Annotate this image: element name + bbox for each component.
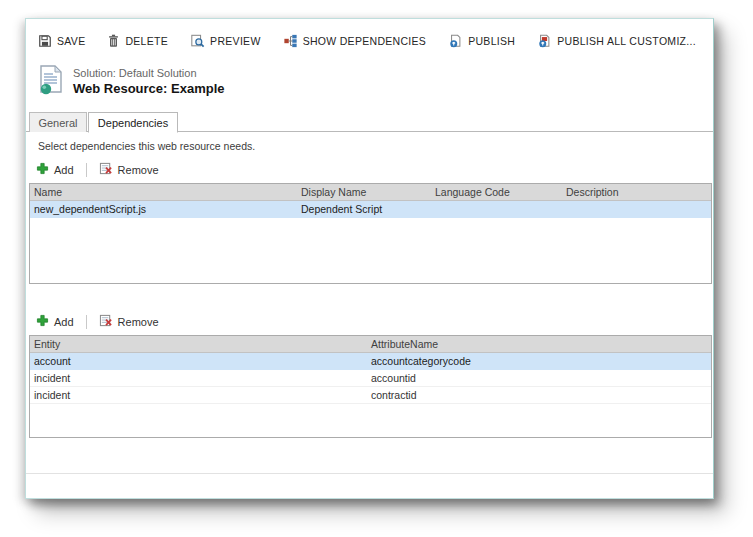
cell-attribute: accountid [367,370,711,387]
record-header: Solution: Default Solution Web Resource:… [38,65,224,99]
add-icon [36,161,49,179]
table-row[interactable]: incident accountid [30,370,711,387]
cell-display-name: Dependent Script [297,201,431,218]
toolbar-separator [86,163,87,177]
tab-general[interactable]: General [29,112,87,132]
delete-button[interactable]: DELETE [107,34,168,48]
command-bar: SAVE DELETE PREVIEW SHOW DEPENDENCIES PU… [38,31,696,51]
save-label: SAVE [57,35,85,47]
column-header-language-code[interactable]: Language Code [431,184,562,201]
publish-all-label: PUBLISH ALL CUSTOMIZ... [557,35,696,47]
cell-language-code [431,201,562,218]
add-label: Add [54,316,74,328]
add-attribute-button[interactable]: Add [36,313,74,331]
solution-label: Solution: Default Solution [73,66,224,81]
cell-attribute: accountcategorycode [367,353,711,370]
grid-header-row: Name Display Name Language Code Descript… [30,184,711,201]
instruction-text: Select dependencies this web resource ne… [38,140,255,152]
show-dependencies-button[interactable]: SHOW DEPENDENCIES [283,34,427,48]
delete-label: DELETE [125,35,168,47]
page-title: Web Resource: Example [73,81,224,97]
web-resource-window: SAVE DELETE PREVIEW SHOW DEPENDENCIES PU… [25,18,714,499]
preview-button[interactable]: PREVIEW [190,34,261,48]
column-header-name[interactable]: Name [30,184,297,201]
publish-all-button[interactable]: PUBLISH ALL CUSTOMIZ... [537,34,696,48]
remove-label: Remove [118,316,159,328]
attribute-grid-toolbar: Add Remove [36,312,159,332]
remove-attribute-button[interactable]: Remove [99,313,159,331]
toolbar-separator [86,315,87,329]
publish-label: PUBLISH [468,35,515,47]
tab-strip: General Dependencies [26,112,713,132]
cell-entity: incident [30,387,367,404]
cell-entity: incident [30,370,367,387]
screenshot-canvas: SAVE DELETE PREVIEW SHOW DEPENDENCIES PU… [0,0,753,537]
tab-dependencies[interactable]: Dependencies [88,112,178,133]
column-header-attributename[interactable]: AttributeName [367,336,711,353]
column-header-description[interactable]: Description [562,184,711,201]
table-row[interactable]: new_dependentScript.js Dependent Script [30,201,711,218]
publish-button[interactable]: PUBLISH [448,34,515,48]
add-label: Add [54,164,74,176]
cell-description [562,201,711,218]
footer-divider [26,473,713,474]
web-resource-grid-toolbar: Add Remove [36,160,159,180]
remove-web-resource-button[interactable]: Remove [99,161,159,179]
show-dependencies-icon [283,34,298,48]
cell-attribute: contractid [367,387,711,404]
save-icon [38,34,52,48]
column-header-entity[interactable]: Entity [30,336,367,353]
attribute-dependency-grid: Entity AttributeName account accountcate… [29,335,712,438]
add-icon [36,313,49,331]
save-button[interactable]: SAVE [38,34,85,48]
web-resource-icon [38,65,64,99]
web-resource-dependency-grid: Name Display Name Language Code Descript… [29,183,712,284]
publish-icon [448,34,463,48]
remove-label: Remove [118,164,159,176]
table-row[interactable]: incident contractid [30,387,711,404]
show-dependencies-label: SHOW DEPENDENCIES [303,35,427,47]
cell-entity: account [30,353,367,370]
publish-all-icon [537,34,552,48]
grid-header-row: Entity AttributeName [30,336,711,353]
preview-icon [190,34,205,48]
add-web-resource-button[interactable]: Add [36,161,74,179]
delete-icon [107,34,120,48]
remove-icon [99,161,113,179]
cell-name: new_dependentScript.js [30,201,297,218]
table-row[interactable]: account accountcategorycode [30,353,711,370]
column-header-display-name[interactable]: Display Name [297,184,431,201]
preview-label: PREVIEW [210,35,261,47]
remove-icon [99,313,113,331]
